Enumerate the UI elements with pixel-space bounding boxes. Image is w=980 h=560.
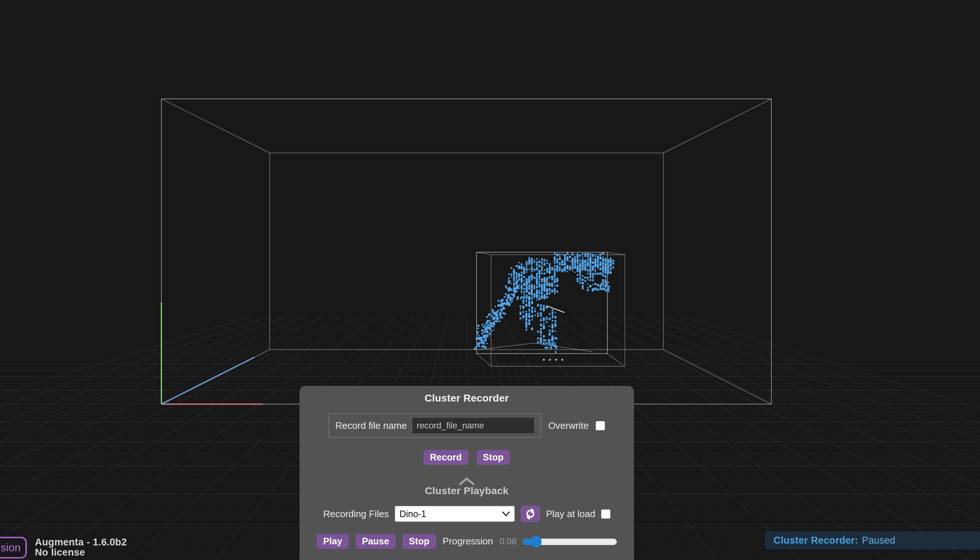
refresh-icon	[525, 508, 536, 520]
playback-stop-button[interactable]: Stop	[402, 534, 436, 549]
overwrite-checkbox[interactable]	[596, 421, 605, 430]
overwrite-label: Overwrite	[548, 420, 588, 432]
record-file-row: Record file name Overwrite	[300, 413, 634, 438]
record-button[interactable]: Record	[423, 450, 468, 465]
recorder-status-badge: Cluster Recorder: Paused	[765, 531, 980, 550]
status-value: Paused	[862, 535, 895, 546]
chevron-up-icon[interactable]	[459, 477, 475, 485]
recording-files-select[interactable]: Dino-1	[395, 506, 515, 522]
license-label: No license	[35, 547, 127, 557]
pause-button[interactable]: Pause	[355, 534, 396, 549]
progression-value: 0.08	[500, 537, 517, 547]
record-stop-button[interactable]: Stop	[477, 450, 510, 465]
recording-files-row: Recording Files Dino-1 Play at load	[300, 505, 634, 522]
refresh-button[interactable]	[520, 505, 540, 522]
play-at-load-label: Play at load	[546, 508, 595, 520]
record-buttons-row: Record Stop	[300, 450, 634, 465]
version-button[interactable]: sion	[0, 537, 27, 558]
record-file-input[interactable]	[413, 418, 534, 433]
recorder-title: Cluster Recorder	[300, 392, 634, 404]
slider-handle[interactable]	[530, 536, 542, 547]
app-version-label: Augmenta - 1.6.0b2	[35, 537, 127, 547]
record-file-group: Record file name	[328, 413, 541, 438]
record-file-label: Record file name	[335, 420, 407, 432]
recording-files-label: Recording Files	[323, 508, 389, 520]
play-at-load-checkbox[interactable]	[601, 510, 610, 518]
progression-label: Progression	[443, 536, 493, 547]
chevron-down-icon	[502, 511, 510, 517]
playback-controls-row: Play Pause Stop Progression 0.08	[300, 534, 634, 549]
selected-file-label: Dino-1	[400, 509, 427, 519]
play-button[interactable]: Play	[317, 534, 349, 549]
playback-title: Cluster Playback	[300, 485, 634, 497]
status-prefix: Cluster Recorder:	[773, 535, 858, 546]
cluster-recorder-panel: Cluster Recorder Record file name Overwr…	[300, 386, 634, 560]
progression-slider[interactable]	[523, 536, 617, 547]
version-info: Augmenta - 1.6.0b2 No license	[35, 537, 127, 557]
